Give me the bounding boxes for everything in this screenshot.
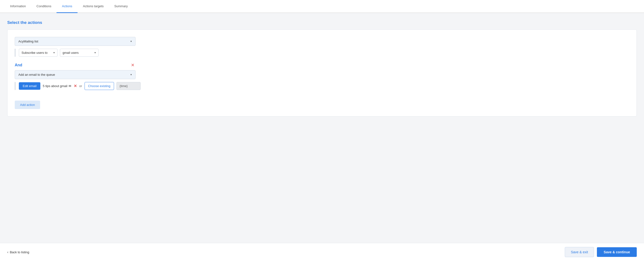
tab-conditions[interactable]: Conditions (31, 0, 56, 13)
remove-action-button[interactable]: ✕ (130, 62, 136, 68)
list-dropdown[interactable]: gmail users ▾ (60, 49, 98, 57)
chevron-down-icon: ▾ (94, 51, 96, 54)
time-input[interactable]: {time} (116, 82, 140, 90)
add-email-dropdown[interactable]: Add an email to the queue ▾ (15, 70, 136, 79)
tab-actions-targets[interactable]: Actions targets (78, 0, 109, 13)
tab-actions[interactable]: Actions (56, 0, 78, 13)
subscribe-dropdown[interactable]: Subscribe users to ▾ (19, 49, 58, 57)
footer-actions: Save & exit Save & continue (565, 247, 637, 257)
email-icon: ✉ (68, 84, 71, 88)
email-name: 5 tips about gmail ✉ (43, 84, 71, 88)
acymailing-dropdown[interactable]: AcyMailing list ▾ (15, 37, 136, 46)
tabs-bar: Information Conditions Actions Actions t… (0, 0, 644, 13)
tab-information[interactable]: Information (5, 0, 31, 13)
back-arrow-icon: ‹ (7, 250, 8, 254)
subscribe-action-row: Subscribe users to ▾ gmail users ▾ (15, 49, 629, 57)
remove-email-button[interactable]: ✕ (74, 84, 77, 88)
email-action-row: Edit email 5 tips about gmail ✉ ✕ or Cho… (15, 82, 629, 90)
main-content: Select the actions AcyMailing list ▾ Sub… (0, 13, 644, 243)
or-text: or (79, 84, 82, 88)
chevron-down-icon: ▾ (130, 73, 132, 76)
add-action-button[interactable]: Add action (15, 101, 40, 109)
save-continue-button[interactable]: Save & continue (597, 247, 637, 257)
section-title: Select the actions (7, 20, 637, 25)
footer-bar: ‹ Back to listing Save & exit Save & con… (0, 243, 644, 261)
back-to-listing-link[interactable]: ‹ Back to listing (7, 250, 29, 254)
action-block-2: And ✕ Add an email to the queue ▾ Edit e… (15, 62, 629, 90)
and-header: And ✕ (15, 62, 136, 68)
action-block-1: AcyMailing list ▾ Subscribe users to ▾ g… (15, 37, 629, 57)
tab-summary[interactable]: Summary (109, 0, 133, 13)
save-exit-button[interactable]: Save & exit (565, 247, 594, 257)
edit-email-button[interactable]: Edit email (19, 82, 40, 90)
chevron-down-icon: ▾ (130, 40, 132, 43)
chevron-down-icon: ▾ (54, 51, 55, 54)
and-label: And (15, 63, 22, 67)
choose-existing-button[interactable]: Choose existing (84, 82, 114, 90)
add-action-wrapper: Add action (15, 96, 629, 109)
actions-card: AcyMailing list ▾ Subscribe users to ▾ g… (7, 29, 637, 116)
